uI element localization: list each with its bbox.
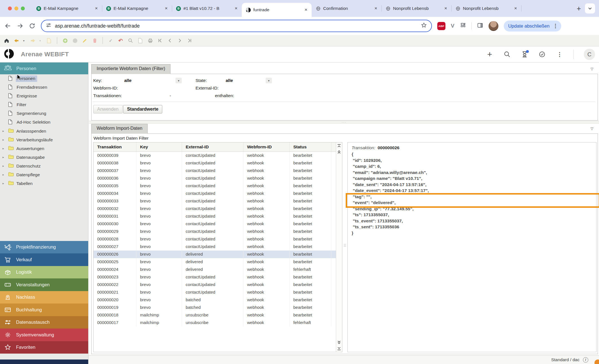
zoom-window-button[interactable] bbox=[21, 6, 25, 10]
table-row[interactable]: 000000026brevodeliveredwebhookbearbeitet bbox=[94, 251, 342, 258]
sidebar-folder-verarbeitungsl-ufe[interactable]: ▸Verarbeitungsläufe bbox=[0, 135, 88, 144]
column-header-key[interactable]: Key bbox=[136, 142, 182, 151]
expand-caret-icon[interactable]: ▸ bbox=[3, 138, 6, 142]
print-icon[interactable] bbox=[147, 37, 153, 44]
close-tab-icon[interactable]: × bbox=[513, 6, 518, 11]
table-row[interactable]: 000000035brevocontactUpdatedwebhookbearb… bbox=[94, 182, 342, 190]
filter-collapse-icon[interactable]: ▽ bbox=[591, 67, 593, 71]
check-circle-icon[interactable] bbox=[538, 51, 546, 58]
table-row[interactable]: 000000036brevocontactUpdatedwebhookbearb… bbox=[94, 175, 342, 182]
sidebar-module-nachlass[interactable]: Nachlass bbox=[0, 291, 88, 304]
import-collapse-icon[interactable]: ▽ bbox=[591, 126, 593, 131]
tune-icon[interactable] bbox=[46, 23, 51, 29]
sidebar-item-personen[interactable]: Personen bbox=[0, 74, 88, 83]
browser-menu-kebab-icon[interactable]: ⋮ bbox=[553, 23, 558, 29]
sidebar-module-veranstaltungen[interactable]: Veranstaltungen bbox=[0, 278, 88, 291]
table-row[interactable]: 000000029brevocontactUpdatedwebhookbearb… bbox=[94, 228, 342, 235]
expand-caret-icon[interactable]: ▸ bbox=[3, 129, 6, 133]
table-row[interactable]: 000000031brevocontactUpdatedwebhookbearb… bbox=[94, 213, 342, 220]
adblock-extension-icon[interactable]: ABP bbox=[437, 22, 445, 30]
window-controls[interactable] bbox=[0, 6, 32, 10]
last-record-icon[interactable] bbox=[187, 37, 193, 44]
table-row[interactable]: 000000030brevocontactUpdatedwebhookbearb… bbox=[94, 220, 342, 228]
defaults-button[interactable]: Standardwerte bbox=[123, 105, 162, 113]
search-records-icon[interactable] bbox=[127, 37, 134, 44]
state-select-caret-icon[interactable]: ▾ bbox=[266, 78, 272, 83]
close-window-button[interactable] bbox=[8, 6, 12, 10]
update-browser-button[interactable]: Update abschließen ⋮ bbox=[504, 21, 562, 32]
sidebar-item-ad-hoc-selektion[interactable]: Ad-Hoc Selektion bbox=[0, 118, 88, 127]
table-row[interactable]: 000000022brevocontactUpdatedwebhookbearb… bbox=[94, 281, 342, 289]
sidebar-module-logistik[interactable]: Logistik bbox=[0, 266, 88, 279]
apply-button[interactable]: Anwenden bbox=[93, 105, 123, 113]
table-row[interactable]: 000000033brevocontactUpdatedwebhookbearb… bbox=[94, 197, 342, 205]
app-menu-kebab-icon[interactable]: ⋮ bbox=[556, 51, 563, 58]
bookmark-star-icon[interactable] bbox=[421, 22, 427, 30]
pending-tasks-hourglass-icon[interactable] bbox=[521, 51, 528, 58]
close-tab-icon[interactable]: × bbox=[233, 6, 239, 11]
first-record-icon[interactable] bbox=[157, 37, 163, 44]
key-select-value[interactable]: alle bbox=[124, 78, 132, 83]
table-row[interactable]: 000000020brevobatchedwebhookbearbeitet bbox=[94, 296, 342, 304]
table-row[interactable]: 000000018mailchimpunsubscribewebhookbear… bbox=[94, 311, 342, 319]
tab-search-button[interactable] bbox=[585, 3, 595, 14]
scroll-to-top-icon[interactable] bbox=[337, 144, 341, 148]
table-row[interactable]: 000000034brevocontactUpdatedwebhookbearb… bbox=[94, 190, 342, 197]
sidebar-folder-datenschutz[interactable]: ▸Datenschutz bbox=[0, 162, 88, 170]
sidebar-item-filter[interactable]: Filter bbox=[0, 101, 88, 109]
table-row[interactable]: 000000025brevodeliveredwebhookbearbeitet bbox=[94, 258, 342, 266]
sidebar-folder-auswertungen[interactable]: ▸Auswertungen bbox=[0, 144, 88, 153]
scroll-page-up-icon[interactable] bbox=[337, 150, 341, 154]
search-icon[interactable] bbox=[503, 51, 511, 58]
column-header-status[interactable]: Status bbox=[290, 142, 331, 151]
scroll-page-down-icon[interactable] bbox=[337, 340, 341, 345]
state-select-value[interactable]: alle bbox=[226, 78, 233, 83]
scroll-to-bottom-icon[interactable] bbox=[337, 346, 341, 350]
url-input[interactable]: asp.arenae.ch/funtrade-webift/funtrade bbox=[41, 20, 432, 32]
sidebar-folder-datenpflege[interactable]: ▸Datenpflege bbox=[0, 170, 88, 179]
side-panel-icon[interactable] bbox=[477, 22, 483, 30]
column-header-external-id[interactable]: External-ID bbox=[182, 142, 243, 151]
browser-tab-5[interactable]: Confirmation× bbox=[312, 3, 381, 14]
sidebar-folder-tabellen[interactable]: ▸Tabellen bbox=[0, 179, 88, 188]
sidebar-folder-anlassspenden[interactable]: ▸Anlassspenden bbox=[0, 127, 88, 135]
import-panel-tab[interactable]: Webform Import-Daten bbox=[91, 124, 148, 134]
nav-forward-icon[interactable] bbox=[30, 37, 36, 44]
browser-tab-7[interactable]: Nonprofit Lebensb× bbox=[451, 3, 521, 14]
table-row[interactable]: 000000024brevodeliveredwebhookfehlerhaft bbox=[94, 266, 342, 273]
expand-caret-icon[interactable]: ▸ bbox=[3, 173, 6, 177]
user-avatar[interactable]: C bbox=[584, 49, 595, 60]
browser-tab-2[interactable]: BE-Mail Kampagne× bbox=[102, 3, 172, 14]
close-tab-icon[interactable]: × bbox=[443, 6, 449, 11]
table-row[interactable]: 000000017mailchimpunsubscribewebhookfehl… bbox=[94, 319, 342, 327]
next-record-icon[interactable] bbox=[177, 37, 183, 44]
key-select-caret-icon[interactable]: ▾ bbox=[176, 78, 182, 83]
table-scrollbar[interactable] bbox=[336, 142, 342, 352]
new-tab-button[interactable]: + bbox=[573, 4, 585, 13]
previous-record-icon[interactable] bbox=[167, 37, 173, 44]
table-row[interactable]: 000000032brevocontactUpdatedwebhookbearb… bbox=[94, 205, 342, 213]
add-record-icon[interactable]: + bbox=[486, 51, 493, 58]
extensions-puzzle-icon[interactable] bbox=[460, 22, 466, 30]
info-icon[interactable]: i bbox=[583, 357, 588, 363]
column-header-webform-id[interactable]: Webform-ID bbox=[243, 142, 290, 151]
forward-icon[interactable] bbox=[17, 23, 23, 29]
table-row[interactable]: 000000021brevocontactUpdatedwebhookbearb… bbox=[94, 289, 342, 296]
vertical-splitter-handle[interactable] bbox=[344, 242, 346, 249]
minimize-window-button[interactable] bbox=[14, 6, 18, 10]
close-tab-icon[interactable]: × bbox=[94, 6, 99, 11]
back-history-caret-icon[interactable]: ▾ bbox=[23, 39, 26, 42]
forward-history-caret-icon[interactable]: ▾ bbox=[39, 39, 42, 42]
sidebar-module-verkauf[interactable]: Verkauf bbox=[0, 253, 88, 266]
close-tab-icon[interactable]: × bbox=[163, 6, 169, 11]
sidebar-item-ereignisse[interactable]: Ereignisse bbox=[0, 92, 88, 101]
back-icon[interactable] bbox=[5, 23, 11, 29]
horizontal-splitter[interactable]: ··· bbox=[89, 121, 599, 124]
sidebar-module-datenaustausch[interactable]: Datenaustausch bbox=[0, 316, 88, 329]
table-row[interactable]: 000000019brevobatchedwebhookbearbeitet bbox=[94, 304, 342, 311]
expand-caret-icon[interactable]: ▸ bbox=[3, 147, 6, 150]
table-row[interactable]: 000000037brevocontactUpdatedwebhookbearb… bbox=[94, 167, 342, 175]
sidebar-module-favoriten[interactable]: Favoriten bbox=[0, 341, 88, 354]
home-icon[interactable] bbox=[3, 37, 10, 44]
filter-panel-tab[interactable]: Importierte Webform Daten (Filter) bbox=[91, 64, 170, 74]
